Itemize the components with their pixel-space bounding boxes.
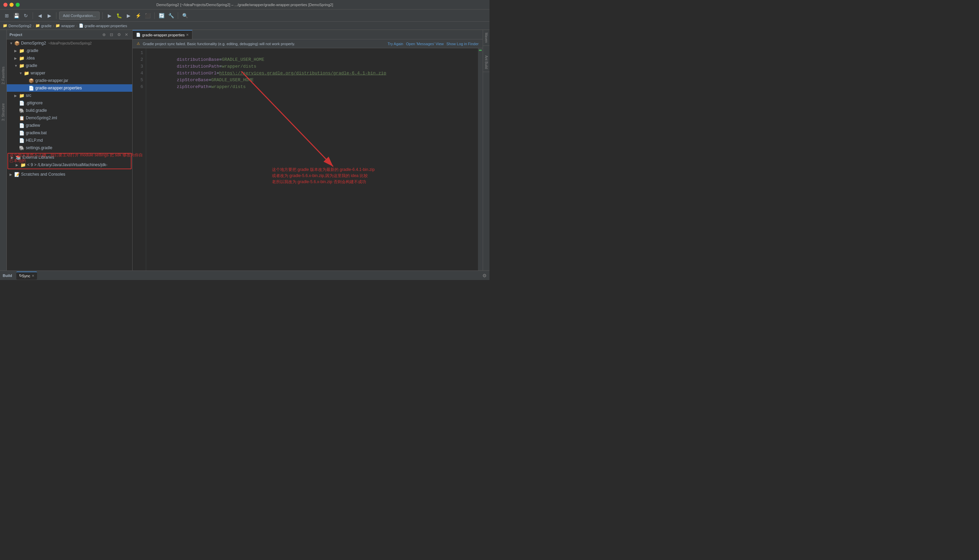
- breadcrumb-wrapper[interactable]: 📁 wrapper: [55, 23, 75, 28]
- md-icon-tree: 📄: [19, 138, 25, 143]
- maximize-button[interactable]: [16, 3, 20, 7]
- tree-item-jar[interactable]: 📦 gradle-wrapper.jar: [7, 77, 132, 84]
- build-settings-icon[interactable]: ⚙: [482, 273, 487, 278]
- sep3: [102, 12, 103, 19]
- title-bar: DemoSpring2 [~/IdeaProjects/DemoSpring2]…: [0, 0, 489, 10]
- hide-panel-icon[interactable]: ✕: [123, 32, 130, 38]
- close-button[interactable]: [3, 3, 7, 7]
- profile-icon[interactable]: ⚡: [134, 12, 142, 20]
- run-coverage-icon[interactable]: ▶: [124, 12, 133, 20]
- open-messages-link[interactable]: Open 'Messages' View: [406, 42, 444, 46]
- show-log-link[interactable]: Show Log in Finder: [446, 42, 479, 46]
- gradlew-icon: 📄: [19, 123, 25, 128]
- save-icon[interactable]: 💾: [12, 12, 20, 20]
- locate-file-icon[interactable]: ⊕: [101, 32, 107, 38]
- tree-item-gradle-hidden[interactable]: ▶ 📁 .gradle: [7, 47, 132, 54]
- folder-icon-tree: 📁: [19, 48, 25, 53]
- jar-icon: 📦: [28, 78, 34, 83]
- window-title: DemoSpring2 [~/IdeaProjects/DemoSpring2]…: [156, 3, 333, 7]
- folder-icon-tree2: 📁: [19, 56, 25, 61]
- main-layout: 1: Project Project ⊕ ⊟ ⚙ ✕ ▼ 📦 DemoSprin…: [0, 30, 489, 270]
- sync-icon[interactable]: ↻: [22, 12, 30, 20]
- tree-item-wrapper[interactable]: ▼ 📁 wrapper: [7, 69, 132, 77]
- tree-item-ext-libs[interactable]: ▶ 📚 External Libraries: [8, 153, 131, 161]
- favorites-tab[interactable]: 2: Favorites: [0, 64, 7, 87]
- folder-icon-gradle: 📁: [19, 63, 25, 68]
- src-folder-icon: 📁: [19, 93, 25, 98]
- sep5: [178, 12, 178, 19]
- tree-item-build-gradle[interactable]: 🐘 build.gradle: [7, 107, 132, 114]
- toolbar: ⊞ 💾 ↻ ◀ ▶ Add Configuration... ▶ 🐛 ▶ ⚡ ⬛…: [0, 10, 489, 22]
- tree-item-root[interactable]: ▼ 📦 DemoSpring2 ~/IdeaProjects/DemoSprin…: [7, 39, 132, 47]
- bottom-tabs: Build ↻ Sync ✕ ⚙: [0, 271, 489, 280]
- bottom-area: Build ↻ Sync ✕ ⚙ ↑ ↓ ● DemoSpring2: sync…: [0, 270, 489, 280]
- folder-icon-bc2: 📁: [55, 23, 60, 28]
- gitignore-icon: 📄: [19, 101, 25, 106]
- add-config-button[interactable]: Add Configuration...: [59, 12, 100, 20]
- tree-item-iml[interactable]: 📋 DemoSpring2.iml: [7, 114, 132, 122]
- sdk-manager-icon[interactable]: 🔧: [167, 12, 175, 20]
- minimize-button[interactable]: [10, 3, 13, 7]
- build-label: Build: [3, 273, 12, 278]
- external-libraries-box: ▶ 📚 External Libraries ▶ 📁 < 9 > /Librar…: [7, 153, 132, 169]
- code-content[interactable]: distributionBase=GRADLE_USER_HOME distri…: [146, 48, 478, 270]
- sync-tab-close[interactable]: ✕: [32, 274, 34, 278]
- line-numbers: 1 2 3 4 5 6: [133, 48, 146, 270]
- sidebar-title: Project: [10, 33, 22, 37]
- editor-scrollbar[interactable]: [478, 48, 483, 270]
- tree-item-help-md[interactable]: 📄 HELP.md: [7, 137, 132, 144]
- tab-close-icon[interactable]: ✕: [186, 33, 188, 37]
- tab-icon: 📄: [136, 33, 141, 37]
- tree-item-gradle-dir[interactable]: ▼ 📁 gradle: [7, 62, 132, 69]
- breadcrumb: 📁 DemoSpring2 › 📁 gradle › 📁 wrapper › 📄…: [0, 22, 489, 30]
- tree-item-jdk[interactable]: ▶ 📁 < 9 > /Library/Java/JavaVirtualMachi…: [8, 161, 131, 168]
- tab-gradle-wrapper-props[interactable]: 📄 gradle-wrapper.properties ✕: [133, 30, 192, 39]
- code-editor[interactable]: 1 2 3 4 5 6 distributionBase=GRADLE_USER…: [133, 48, 483, 270]
- sync-icon-tab: ↻: [19, 273, 22, 278]
- tree-item-idea[interactable]: ▶ 📁 .idea: [7, 54, 132, 62]
- left-extra-tabs: 2: Favorites 3: Structure: [0, 30, 7, 270]
- settings-icon[interactable]: ⚙: [116, 32, 122, 38]
- gradle-refresh-icon[interactable]: 🔄: [157, 12, 165, 20]
- tree-item-gradlew-bat[interactable]: 📄 gradlew.bat: [7, 129, 132, 137]
- props-icon: 📄: [28, 86, 34, 91]
- tree-item-gitignore[interactable]: 📄 .gitignore: [7, 99, 132, 107]
- breadcrumb-gradle[interactable]: 📁 gradle: [35, 23, 52, 28]
- iml-icon-tree: 📋: [19, 115, 25, 121]
- bat-icon-tree: 📄: [19, 130, 25, 136]
- ext-libs-icon: 📚: [16, 155, 21, 160]
- structure-tab[interactable]: 3: Structure: [0, 101, 7, 124]
- sidebar-header: Project ⊕ ⊟ ⚙ ✕: [7, 30, 132, 39]
- external-libraries-container: ▶ 📚 External Libraries ▶ 📁 < 9 > /Librar…: [7, 152, 132, 171]
- search-icon[interactable]: 🔍: [181, 12, 189, 20]
- tree-item-scratches[interactable]: ▶ 📝 Scratches and Consoles: [7, 171, 132, 178]
- right-panels: Maven Ant Build: [483, 30, 489, 270]
- project-icon-small: 📁: [3, 23, 7, 28]
- maven-tab[interactable]: Maven: [483, 30, 489, 46]
- editor-area: 📄 gradle-wrapper.properties ✕ ⚠ Gradle p…: [133, 30, 483, 270]
- forward-icon[interactable]: ▶: [45, 12, 53, 20]
- breadcrumb-root[interactable]: 📁 DemoSpring2: [3, 23, 31, 28]
- breadcrumb-file[interactable]: 📄 gradle-wrapper.properties: [79, 23, 127, 28]
- project-icon[interactable]: ⊞: [3, 12, 11, 20]
- tree-item-settings-gradle[interactable]: 🐘 settings.gradle: [7, 144, 132, 152]
- editor-tabs: 📄 gradle-wrapper.properties ✕: [133, 30, 483, 39]
- tree-item-gradlew[interactable]: 📄 gradlew: [7, 122, 132, 129]
- tree-item-props[interactable]: 📄 gradle-wrapper.properties: [7, 84, 132, 92]
- ant-build-tab[interactable]: Ant Build: [483, 53, 489, 72]
- settings-gradle-icon: 🐘: [19, 145, 25, 150]
- sep1: [33, 12, 33, 19]
- stop-icon[interactable]: ⬛: [143, 12, 152, 20]
- collapse-all-icon[interactable]: ⊟: [108, 32, 115, 38]
- sync-tab[interactable]: ↻ Sync ✕: [16, 272, 37, 280]
- back-icon[interactable]: ◀: [36, 12, 44, 20]
- sep4: [154, 12, 155, 19]
- tree-item-src[interactable]: ▶ 📁 src: [7, 92, 132, 99]
- scratches-icon: 📝: [14, 172, 20, 177]
- debug-icon[interactable]: 🐛: [115, 12, 123, 20]
- props-icon-bc: 📄: [79, 23, 83, 28]
- folder-icon-wrapper: 📁: [24, 71, 29, 76]
- code-line-1: distributionBase=GRADLE_USER_HOME: [150, 50, 474, 57]
- try-again-link[interactable]: Try Again: [387, 42, 403, 46]
- run-icon[interactable]: ▶: [105, 12, 113, 20]
